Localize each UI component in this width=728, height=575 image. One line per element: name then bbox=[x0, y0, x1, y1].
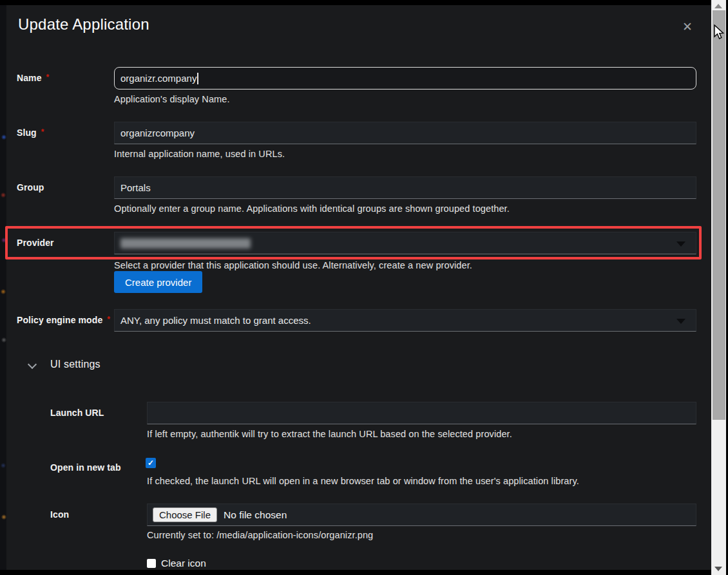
close-icon[interactable]: ✕ bbox=[678, 18, 696, 36]
policy-engine-mode-label: Policy engine mode* bbox=[17, 315, 110, 325]
name-label: Name* bbox=[17, 73, 49, 83]
caret-down-icon bbox=[676, 319, 685, 324]
policy-engine-mode-select[interactable]: ANY, any policy must match to grant acce… bbox=[114, 309, 696, 332]
ui-settings-section-header[interactable]: UI settings bbox=[50, 359, 101, 370]
provider-label: Provider bbox=[17, 238, 54, 248]
page-title: Update Application bbox=[18, 15, 149, 33]
launch-url-input[interactable] bbox=[147, 402, 696, 424]
scrollbar-thumb[interactable] bbox=[713, 10, 725, 420]
create-provider-button[interactable]: Create provider bbox=[114, 271, 202, 293]
icon-label: Icon bbox=[50, 509, 69, 520]
provider-help-text: Select a provider that this application … bbox=[114, 260, 472, 270]
redacted-provider-value bbox=[120, 238, 251, 249]
choose-file-button[interactable]: Choose File bbox=[153, 507, 217, 522]
text-cursor bbox=[197, 73, 198, 84]
provider-select[interactable] bbox=[114, 232, 696, 254]
icon-help-text: Currently set to: /media/application-ico… bbox=[147, 530, 373, 540]
open-in-new-tab-help-text: If checked, the launch URL will open in … bbox=[147, 476, 579, 486]
slug-input[interactable]: organizrcompany bbox=[114, 122, 696, 144]
file-chosen-status: No file chosen bbox=[224, 509, 287, 521]
required-asterisk: * bbox=[46, 73, 50, 82]
slug-help-text: Internal application name, used in URLs. bbox=[114, 149, 285, 159]
name-input[interactable]: organizr.company bbox=[114, 67, 696, 90]
open-in-new-tab-label: Open in new tab bbox=[50, 462, 121, 473]
group-input[interactable]: Portals bbox=[114, 176, 696, 199]
group-label: Group bbox=[17, 182, 44, 193]
vertical-scrollbar[interactable] bbox=[711, 0, 726, 575]
group-help-text: Optionally enter a group name. Applicati… bbox=[114, 203, 510, 214]
slug-label: Slug* bbox=[17, 127, 44, 138]
clear-icon-label: Clear icon bbox=[161, 558, 206, 569]
name-help-text: Application's display Name. bbox=[114, 94, 230, 104]
scroll-up-arrow-icon[interactable] bbox=[714, 4, 722, 8]
required-asterisk: * bbox=[107, 315, 110, 324]
open-in-new-tab-checkbox[interactable]: ✓ bbox=[146, 458, 156, 468]
check-icon: ✓ bbox=[148, 459, 154, 467]
icon-file-input[interactable]: Choose File No file chosen bbox=[147, 504, 696, 526]
caret-down-icon bbox=[676, 241, 685, 247]
scroll-down-arrow-icon[interactable] bbox=[714, 567, 722, 571]
launch-url-label: Launch URL bbox=[50, 408, 104, 418]
dimmed-background-strip bbox=[0, 5, 6, 570]
launch-url-help-text: If left empty, authentik will try to ext… bbox=[147, 429, 512, 439]
required-asterisk: * bbox=[41, 127, 44, 137]
modal-overlay-page: Update Application ✕ Name* organizr.comp… bbox=[0, 0, 728, 575]
clear-icon-checkbox[interactable] bbox=[147, 559, 156, 568]
